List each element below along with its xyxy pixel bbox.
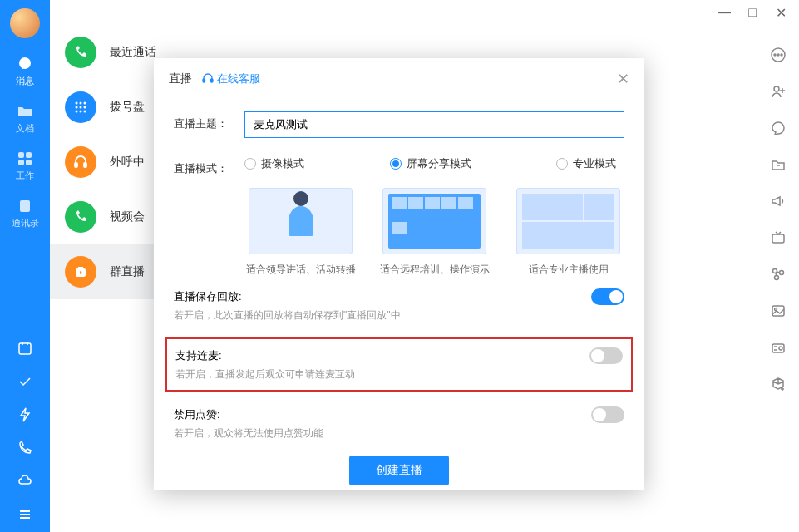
list-item-label: 外呼中	[110, 155, 145, 170]
tv-icon[interactable]	[769, 229, 787, 247]
left-sidebar: 消息 文档 工作 通讯录	[0, 0, 50, 532]
svg-point-14	[80, 111, 82, 113]
toggle-switch[interactable]	[589, 347, 623, 364]
toggle-label: 直播保存回放:	[174, 289, 242, 304]
list-item-label: 拨号盘	[110, 100, 145, 115]
list-item-label: 最近通话	[110, 45, 156, 60]
window-controls: — □ ✕	[718, 0, 799, 25]
avatar[interactable]	[10, 8, 40, 38]
image-icon[interactable]	[769, 302, 787, 320]
more-icon[interactable]	[769, 46, 787, 64]
add-user-icon[interactable]	[769, 82, 787, 101]
contacts-icon	[16, 197, 34, 215]
megaphone-icon[interactable]	[769, 192, 787, 210]
svg-point-29	[775, 308, 777, 311]
preview-pro-thumb	[516, 188, 620, 254]
check-icon[interactable]	[16, 372, 34, 391]
svg-rect-33	[211, 79, 214, 82]
dialog-close-button[interactable]: ✕	[617, 70, 629, 88]
calendar-icon[interactable]	[16, 339, 34, 357]
svg-point-0	[19, 57, 31, 69]
toggle-switch[interactable]	[591, 406, 624, 423]
toggle-switch[interactable]	[591, 288, 624, 305]
svg-point-22	[781, 54, 782, 56]
sidebar-item-contacts[interactable]: 通讯录	[0, 197, 50, 229]
toggle-desc: 若开启，此次直播的回放将自动保存到"直播回放"中	[174, 308, 624, 323]
svg-rect-1	[18, 152, 24, 158]
toggle-support-mic: 支持连麦: 若开启，直播发起后观众可申请连麦互动	[165, 337, 633, 392]
svg-point-11	[80, 106, 82, 109]
preview-screen-thumb	[382, 188, 486, 254]
cloud-icon[interactable]	[16, 472, 34, 490]
preview-screen[interactable]: 适合远程培训、操作演示	[378, 188, 491, 277]
mode-option-screen[interactable]: 屏幕分享模式	[390, 156, 471, 171]
maximize-button[interactable]: □	[747, 5, 758, 20]
online-service-link[interactable]: 在线客服	[202, 71, 260, 86]
svg-point-27	[775, 276, 779, 280]
cluster-icon[interactable]	[769, 265, 787, 283]
theme-input[interactable]	[244, 111, 624, 138]
preview-camera[interactable]: 适合领导讲话、活动转播	[244, 188, 357, 277]
folder-right-icon[interactable]	[769, 155, 787, 174]
phone-video-icon[interactable]	[16, 439, 34, 457]
headset-icon	[65, 146, 96, 178]
svg-point-20	[774, 54, 776, 56]
menu-icon[interactable]	[16, 505, 34, 524]
sidebar-item-docs[interactable]: 文档	[0, 102, 50, 135]
chat-icon[interactable]	[769, 119, 787, 137]
sidebar-item-label: 通讯录	[12, 217, 39, 229]
live-dialog: 直播 在线客服 ✕ 直播主题： 直播模式： 摄像模式 屏幕分享模式	[154, 58, 644, 490]
svg-point-26	[780, 271, 784, 275]
preview-caption: 适合远程培训、操作演示	[380, 263, 490, 277]
toggle-label: 支持连麦:	[175, 348, 222, 363]
svg-point-15	[84, 111, 86, 113]
svg-rect-32	[203, 79, 205, 82]
radio-icon	[556, 158, 568, 170]
svg-point-21	[777, 54, 779, 56]
toggle-desc: 若开启，观众将无法使用点赞功能	[174, 426, 624, 441]
live-icon	[65, 256, 96, 288]
sidebar-item-messages[interactable]: 消息	[0, 55, 50, 87]
mode-option-camera[interactable]: 摄像模式	[244, 156, 304, 171]
sidebar-item-label: 文档	[16, 122, 34, 135]
svg-rect-2	[26, 152, 32, 158]
toggle-desc: 若开启，直播发起后观众可申请连麦互动	[175, 367, 623, 382]
toggle-label: 禁用点赞:	[174, 407, 220, 422]
svg-rect-16	[75, 163, 77, 167]
svg-point-31	[779, 347, 782, 350]
svg-point-7	[76, 102, 78, 105]
preview-caption: 适合领导讲话、活动转播	[246, 263, 356, 277]
radio-icon[interactable]	[769, 338, 787, 357]
mode-label: 直播模式：	[174, 156, 244, 176]
preview-pro[interactable]: 适合专业主播使用	[512, 188, 624, 277]
dialpad-icon	[65, 91, 96, 123]
preview-camera-thumb	[249, 188, 353, 254]
phone-icon	[65, 37, 96, 68]
lightning-icon[interactable]	[16, 406, 34, 424]
svg-point-12	[84, 106, 86, 109]
cube-plus-icon[interactable]	[769, 375, 787, 393]
toggle-save-replay: 直播保存回放: 若开启，此次直播的回放将自动保存到"直播回放"中	[174, 288, 624, 323]
preview-caption: 适合专业主播使用	[529, 263, 609, 277]
sidebar-item-label: 工作	[16, 170, 34, 182]
svg-point-10	[76, 106, 78, 109]
svg-rect-6	[19, 343, 31, 354]
theme-label: 直播主题：	[174, 111, 244, 131]
dialog-title: 直播	[169, 71, 192, 86]
folder-icon	[16, 102, 34, 121]
close-button[interactable]: ✕	[775, 5, 787, 21]
svg-point-9	[84, 102, 86, 105]
radio-checked-icon	[390, 158, 402, 170]
create-live-button[interactable]: 创建直播	[349, 456, 449, 485]
svg-rect-3	[18, 160, 24, 165]
sidebar-item-work[interactable]: 工作	[0, 150, 50, 182]
minimize-button[interactable]: —	[718, 5, 730, 20]
mode-option-pro[interactable]: 专业模式	[556, 156, 616, 171]
headset-small-icon	[202, 73, 214, 85]
svg-point-25	[773, 269, 777, 273]
svg-point-8	[80, 102, 82, 105]
right-sidebar	[757, 29, 799, 393]
svg-rect-5	[20, 200, 30, 212]
video-call-icon	[65, 201, 96, 233]
svg-rect-4	[26, 160, 32, 165]
